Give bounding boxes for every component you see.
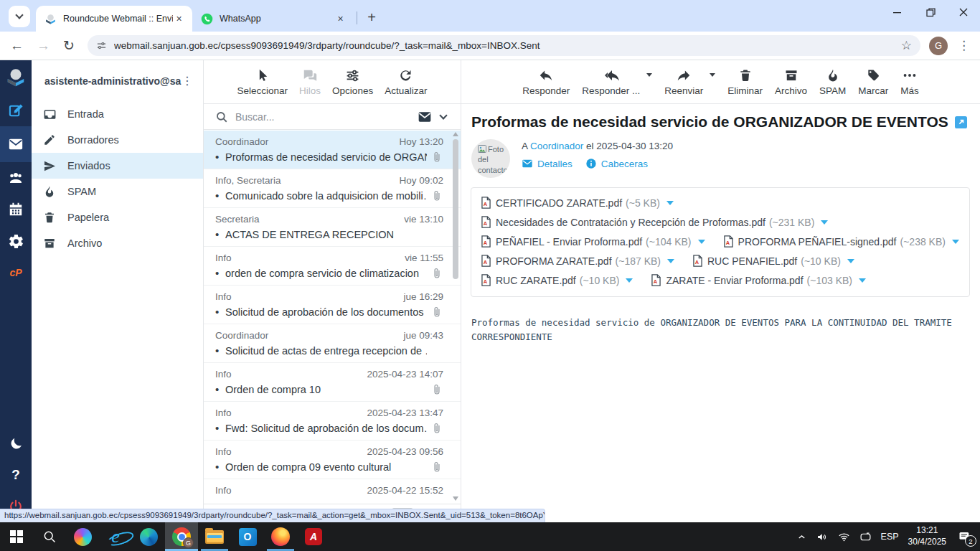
mark-button[interactable]: Marcar: [858, 67, 888, 96]
tab-close-icon[interactable]: ×: [334, 13, 347, 25]
search-options-chevron-icon[interactable]: [439, 111, 447, 119]
browser-profile-avatar[interactable]: G: [929, 37, 948, 55]
calendar-nav-button[interactable]: [0, 194, 32, 225]
headers-link[interactable]: Cabeceras: [585, 158, 648, 169]
attachment-item[interactable]: AZARATE - Enviar Proforma.pdf(~103 KB): [651, 274, 866, 286]
message-list-item[interactable]: Info 2025-04-22 15:52 •: [204, 479, 461, 504]
wifi-icon[interactable]: [838, 531, 850, 543]
new-tab-button[interactable]: +: [362, 7, 382, 27]
search-input[interactable]: [235, 111, 415, 123]
attachment-menu-caret[interactable]: [626, 278, 633, 283]
settings-nav-button[interactable]: [0, 225, 32, 257]
language-indicator[interactable]: ESP: [881, 532, 899, 542]
message-list-item[interactable]: Coordinador Hoy 13:20 • Proformas de nec…: [204, 131, 461, 169]
bookmark-star-icon[interactable]: ☆: [901, 38, 912, 53]
message-list-item[interactable]: Info jue 16:29 • Solicitud de aprobación…: [204, 286, 461, 324]
more-button[interactable]: Más: [900, 67, 919, 96]
firefox-button[interactable]: [264, 522, 297, 551]
internet-explorer-button[interactable]: e: [99, 522, 132, 551]
delete-button[interactable]: Eliminar: [727, 67, 763, 96]
message-list-item[interactable]: Info vie 11:55 • orden de compra servici…: [204, 247, 461, 286]
attachment-menu-caret[interactable]: [859, 278, 866, 283]
edge-button[interactable]: [132, 522, 165, 551]
attachment-item[interactable]: APROFORMA PEÑAFIEL-signed.pdf(~238 KB): [724, 235, 959, 248]
message-list-item[interactable]: Info 2025-04-23 14:07 • Orden de compra …: [204, 363, 461, 402]
address-bar[interactable]: webmail.sanjuan.gob.ec/cpsess9093691949/…: [88, 35, 920, 56]
search-scope-mail-icon[interactable]: [418, 110, 432, 124]
list-scrollbar[interactable]: [452, 132, 459, 501]
tray-chevron-up-icon[interactable]: [796, 532, 807, 542]
account-menu-icon[interactable]: ⋮: [182, 74, 193, 88]
attachment-item[interactable]: ANecesidades de Contratación y Recepción…: [481, 216, 828, 228]
scroll-up-icon[interactable]: [453, 132, 458, 136]
copilot-button[interactable]: [66, 522, 99, 551]
folder-spam[interactable]: SPAM: [32, 179, 203, 204]
folder-borradores[interactable]: Borradores: [32, 127, 203, 153]
taskbar-search-button[interactable]: [33, 522, 66, 551]
contacts-nav-button[interactable]: [0, 162, 32, 194]
options-button[interactable]: Opciones: [332, 67, 373, 96]
attachment-item[interactable]: ARUC ZARATE.pdf(~10 KB): [481, 274, 633, 286]
chrome-button[interactable]: G: [165, 522, 198, 551]
tab-search-button[interactable]: [9, 6, 30, 27]
start-button[interactable]: [0, 522, 33, 551]
message-list-item[interactable]: Info 2025-04-23 13:47 • Fwd: Solicitud d…: [204, 402, 461, 441]
cpanel-icon[interactable]: cP: [0, 257, 32, 288]
reload-button[interactable]: ↻: [63, 39, 75, 52]
folder-entrada[interactable]: Entrada: [32, 101, 203, 127]
folder-archivo[interactable]: Archivo: [32, 230, 203, 256]
forward-button[interactable]: →: [37, 39, 50, 52]
forward-button[interactable]: Reenviar: [664, 67, 703, 96]
select-button[interactable]: Seleccionar: [237, 67, 288, 96]
refresh-button[interactable]: Actualizar: [385, 67, 427, 96]
volume-icon[interactable]: [816, 531, 829, 543]
notifications-button[interactable]: 2: [958, 530, 971, 543]
browser-menu-button[interactable]: ⋮: [958, 38, 970, 53]
tab-close-icon[interactable]: ×: [173, 13, 185, 25]
message-list-item[interactable]: Info, Secretaria Hoy 09:02 • Comunicado …: [204, 169, 461, 208]
attachment-menu-caret[interactable]: [821, 220, 828, 225]
scrollbar-thumb[interactable]: [453, 139, 458, 279]
back-button[interactable]: ←: [10, 39, 24, 52]
folder-enviados[interactable]: Enviados: [32, 153, 203, 179]
reply-all-button[interactable]: Responder ...: [582, 67, 640, 96]
window-minimize-button[interactable]: [881, 0, 914, 24]
reply-button[interactable]: Responder: [522, 67, 570, 96]
open-in-new-window-icon[interactable]: [955, 116, 967, 128]
outlook-button[interactable]: O: [231, 522, 264, 551]
browser-tab-whatsapp[interactable]: WhatsApp ×: [192, 6, 354, 32]
help-icon[interactable]: ?: [0, 459, 32, 491]
message-list-item[interactable]: Info 2025-04-23 09:56 • Orden de compra …: [204, 441, 461, 479]
scroll-down-icon[interactable]: [453, 496, 458, 501]
folder-papelera[interactable]: Papelera: [32, 204, 203, 230]
attachment-item[interactable]: ARUC PENAFIEL.pdf(~10 KB): [693, 255, 854, 267]
archive-button[interactable]: Archivo: [775, 67, 807, 96]
browser-tab-roundcube[interactable]: Roundcube Webmail :: Enviados ×: [36, 6, 192, 32]
url-text[interactable]: webmail.sanjuan.gob.ec/cpsess9093691949/…: [114, 40, 895, 51]
compose-button[interactable]: [0, 95, 32, 126]
file-explorer-button[interactable]: [198, 522, 231, 551]
details-link[interactable]: Detalles: [522, 158, 573, 169]
spam-button[interactable]: SPAM: [819, 67, 846, 96]
attachment-menu-caret[interactable]: [667, 259, 674, 263]
attachment-item[interactable]: APROFORMA ZARATE.pdf(~187 KB): [481, 255, 674, 267]
attachment-menu-caret[interactable]: [847, 259, 854, 263]
attachment-item[interactable]: ACERTIFICADO ZARATE.pdf(~5 KB): [481, 197, 674, 209]
reply-all-menu-caret[interactable]: [646, 73, 652, 77]
clock[interactable]: 13:21 30/4/2025: [908, 525, 946, 547]
recipient-link[interactable]: Coordinador: [530, 141, 583, 151]
attachment-menu-caret[interactable]: [698, 240, 705, 244]
threads-button[interactable]: Hilos: [299, 67, 321, 96]
forward-menu-caret[interactable]: [710, 73, 715, 77]
window-maximize-button[interactable]: [914, 0, 947, 24]
window-close-button[interactable]: [947, 0, 980, 24]
attachment-item[interactable]: APEÑAFIEL - Enviar Proforma.pdf(~104 KB): [481, 235, 705, 248]
acrobat-button[interactable]: A: [297, 522, 330, 551]
message-list-item[interactable]: Coordinador jue 09:43 • Solicitud de act…: [204, 324, 461, 363]
attachment-menu-caret[interactable]: [952, 240, 959, 244]
message-list-item[interactable]: Secretaria vie 13:10 • ACTAS DE ENTREGA …: [204, 208, 461, 247]
site-settings-icon[interactable]: [96, 40, 107, 51]
mail-nav-button[interactable]: [0, 126, 32, 162]
attachment-menu-caret[interactable]: [666, 201, 674, 205]
dark-mode-icon[interactable]: [0, 428, 32, 459]
